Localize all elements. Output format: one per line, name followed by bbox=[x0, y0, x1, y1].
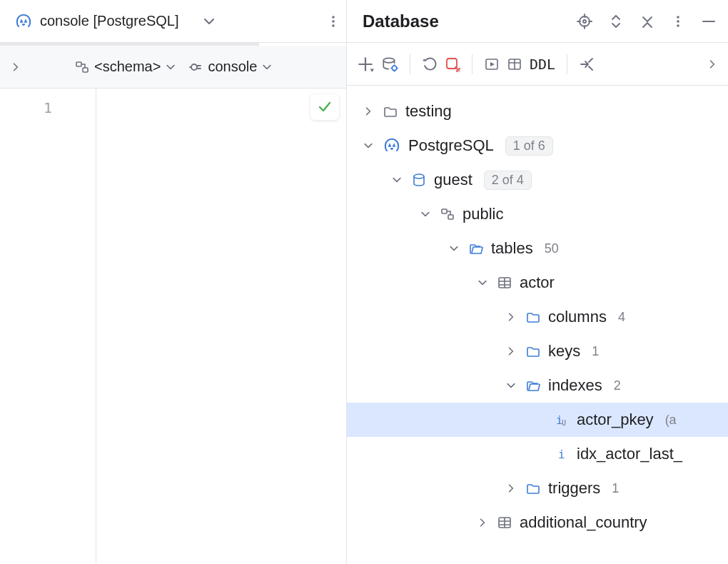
tree-label: actor_pkey bbox=[577, 411, 654, 429]
tree-item-public[interactable]: public bbox=[347, 197, 728, 231]
focus-icon[interactable] bbox=[577, 14, 592, 29]
folder-icon bbox=[525, 309, 541, 325]
tree-item-testing[interactable]: testing bbox=[347, 94, 728, 129]
database-toolwindow: Database DDL bbox=[347, 0, 728, 564]
tree-hint: (a bbox=[665, 413, 677, 428]
count-badge: 2 of 4 bbox=[484, 171, 532, 190]
editor-toolbar: <schema> console bbox=[0, 46, 346, 89]
database-tree: testing PostgreSQL 1 of 6 guest 2 of 4 bbox=[347, 86, 728, 564]
tab-more-icon[interactable] bbox=[326, 14, 340, 29]
tree-label: PostgreSQL bbox=[408, 136, 494, 155]
editor-pane: console [PostgreSQL] <schema> console bbox=[0, 0, 347, 564]
tree-item-tables[interactable]: tables 50 bbox=[347, 231, 728, 266]
session-label: console bbox=[208, 59, 257, 75]
tree-item-keys[interactable]: keys 1 bbox=[347, 334, 728, 368]
editor-body: 1 bbox=[0, 89, 346, 564]
editor-text-area[interactable] bbox=[96, 89, 346, 564]
options-icon[interactable] bbox=[671, 14, 685, 29]
collapse-all-icon[interactable] bbox=[639, 14, 655, 29]
table-icon bbox=[497, 515, 512, 530]
postgresql-icon bbox=[14, 12, 33, 31]
tree-item-additional-country[interactable]: additional_country bbox=[347, 505, 728, 540]
table-editor-icon[interactable] bbox=[507, 56, 522, 72]
ddl-button[interactable]: DDL bbox=[530, 56, 555, 73]
session-selector[interactable]: console bbox=[186, 56, 274, 78]
tree-item-actor[interactable]: actor bbox=[347, 266, 728, 300]
tree-item-triggers[interactable]: triggers 1 bbox=[347, 471, 728, 505]
tree-label: additional_country bbox=[520, 513, 647, 532]
tree-item-columns[interactable]: columns 4 bbox=[347, 300, 728, 334]
editor-tabbar: console [PostgreSQL] bbox=[0, 0, 346, 43]
count-hint: 2 bbox=[614, 378, 621, 393]
hide-icon[interactable] bbox=[701, 14, 717, 29]
tree-label: triggers bbox=[548, 479, 600, 498]
tab-title: console [PostgreSQL] bbox=[40, 13, 179, 29]
editor-tab-console[interactable]: console [PostgreSQL] bbox=[6, 1, 225, 42]
chevron-down-icon bbox=[165, 61, 176, 73]
toolbar-overflow-icon[interactable] bbox=[707, 59, 718, 70]
folder-open-icon bbox=[468, 241, 484, 256]
count-hint: 4 bbox=[618, 310, 625, 325]
folder-open-icon bbox=[525, 378, 541, 393]
postgresql-icon bbox=[383, 136, 401, 155]
tree-label: columns bbox=[548, 308, 607, 326]
index-unique-icon bbox=[554, 412, 570, 428]
index-icon bbox=[554, 446, 570, 462]
inspection-status[interactable] bbox=[310, 94, 339, 120]
line-number: 1 bbox=[0, 96, 96, 120]
tree-item-idx-actor-last[interactable]: idx_actor_last_ bbox=[347, 437, 728, 471]
plug-icon bbox=[188, 59, 203, 75]
tree-label: tables bbox=[491, 239, 533, 258]
tree-label: keys bbox=[548, 342, 580, 361]
check-icon bbox=[317, 99, 333, 115]
tree-item-postgresql[interactable]: PostgreSQL 1 of 6 bbox=[347, 129, 728, 163]
database-header: Database bbox=[347, 0, 728, 43]
schema-icon bbox=[440, 206, 455, 222]
refresh-icon[interactable] bbox=[422, 56, 438, 72]
tree-item-guest[interactable]: guest 2 of 4 bbox=[347, 163, 728, 197]
count-hint: 1 bbox=[612, 481, 619, 496]
database-toolbar: DDL bbox=[347, 43, 728, 86]
tree-label: idx_actor_last_ bbox=[577, 445, 682, 463]
count-hint: 50 bbox=[545, 241, 559, 256]
folder-icon bbox=[525, 480, 541, 496]
folder-icon bbox=[525, 343, 541, 359]
chevron-down-icon bbox=[261, 61, 273, 73]
tree-label: actor bbox=[520, 273, 555, 292]
tree-label: guest bbox=[434, 171, 472, 189]
jump-to-console-icon[interactable] bbox=[484, 56, 500, 72]
datasource-properties-icon[interactable] bbox=[381, 56, 398, 73]
separator bbox=[567, 54, 567, 74]
add-icon[interactable] bbox=[357, 56, 374, 73]
stop-icon[interactable] bbox=[445, 56, 460, 72]
editor-gutter: 1 bbox=[0, 89, 96, 564]
database-icon bbox=[411, 172, 427, 188]
separator bbox=[472, 54, 472, 74]
count-badge: 1 of 6 bbox=[505, 136, 553, 156]
schema-selector[interactable]: <schema> bbox=[73, 56, 178, 78]
jump-to-source-icon[interactable] bbox=[579, 56, 595, 72]
tab-chevron-down-icon[interactable] bbox=[202, 14, 216, 29]
tree-item-actor-pkey[interactable]: actor_pkey (a bbox=[347, 403, 728, 437]
tree-item-indexes[interactable]: indexes 2 bbox=[347, 368, 728, 403]
expand-collapse-icon[interactable] bbox=[608, 14, 624, 29]
breadcrumb-expand-icon[interactable] bbox=[10, 61, 21, 73]
tree-label: indexes bbox=[548, 376, 602, 395]
table-icon bbox=[497, 275, 512, 291]
folder-icon bbox=[383, 104, 398, 119]
schema-icon bbox=[74, 59, 90, 75]
tree-label: testing bbox=[405, 102, 452, 121]
count-hint: 1 bbox=[592, 344, 599, 359]
schema-label: <schema> bbox=[94, 59, 161, 75]
database-title: Database bbox=[363, 11, 439, 31]
separator bbox=[410, 54, 410, 74]
tree-label: public bbox=[462, 205, 503, 223]
